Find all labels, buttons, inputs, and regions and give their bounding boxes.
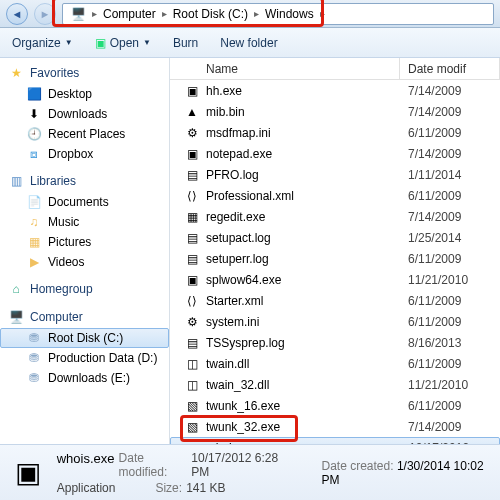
- file-row[interactable]: ▧twunk_16.exe6/11/2009: [170, 395, 500, 416]
- sidebar-item-dropbox[interactable]: ⧈Dropbox: [0, 144, 169, 164]
- file-name: msdfmap.ini: [206, 126, 400, 140]
- homegroup-header[interactable]: ⌂Homegroup: [0, 278, 169, 300]
- file-date: 7/14/2009: [400, 420, 461, 434]
- sidebar-item-desktop[interactable]: 🟦Desktop: [0, 84, 169, 104]
- sidebar-item-drive-c[interactable]: ⛃Root Disk (C:): [0, 328, 169, 348]
- computer-icon: 🖥️: [8, 309, 24, 325]
- sidebar-item-drive-d[interactable]: ⛃Production Data (D:): [0, 348, 169, 368]
- file-date: 6/11/2009: [400, 357, 461, 371]
- file-icon: ▲: [184, 104, 200, 120]
- file-type-icon: ▣: [10, 453, 47, 493]
- file-row[interactable]: ▤setupact.log1/25/2014: [170, 227, 500, 248]
- column-date[interactable]: Date modif: [400, 58, 500, 79]
- sidebar-item-music[interactable]: ♫Music: [0, 212, 169, 232]
- file-row[interactable]: ◫twain_32.dll11/21/2010: [170, 374, 500, 395]
- details-modified: 10/17/2012 6:28 PM: [191, 451, 287, 479]
- nav-pane: ★Favorites 🟦Desktop ⬇Downloads 🕘Recent P…: [0, 58, 170, 444]
- file-date: 1/25/2014: [400, 231, 461, 245]
- file-date: 6/11/2009: [400, 315, 461, 329]
- file-date: 11/21/2010: [400, 273, 468, 287]
- file-row[interactable]: ▤setuperr.log6/11/2009: [170, 248, 500, 269]
- forward-button[interactable]: ►: [34, 3, 56, 25]
- drive-icon: ⛃: [26, 350, 42, 366]
- file-name: PFRO.log: [206, 168, 400, 182]
- file-icon: ▧: [184, 398, 200, 414]
- file-list: Name Date modif ▣hh.exe7/14/2009▲mib.bin…: [170, 58, 500, 444]
- file-row[interactable]: ▲mib.bin7/14/2009: [170, 101, 500, 122]
- file-icon: ⚙: [184, 125, 200, 141]
- details-filename: whois.exe: [57, 451, 115, 479]
- file-name: twain.dll: [206, 357, 400, 371]
- file-date: 7/14/2009: [400, 105, 461, 119]
- file-date: 6/11/2009: [400, 126, 461, 140]
- file-icon: ⟨⟩: [184, 293, 200, 309]
- sidebar-item-downloads[interactable]: ⬇Downloads: [0, 104, 169, 124]
- sidebar-item-videos[interactable]: ▶Videos: [0, 252, 169, 272]
- file-row[interactable]: ⟨⟩Starter.xml6/11/2009: [170, 290, 500, 311]
- file-date: 7/14/2009: [400, 147, 461, 161]
- back-button[interactable]: ◄: [6, 3, 28, 25]
- file-name: regedit.exe: [206, 210, 400, 224]
- breadcrumb-seg[interactable]: Computer: [99, 4, 160, 24]
- file-name: twunk_32.exe: [206, 420, 400, 434]
- file-date: 8/16/2013: [400, 336, 461, 350]
- sidebar-item-drive-e[interactable]: ⛃Downloads (E:): [0, 368, 169, 388]
- dropbox-icon: ⧈: [26, 146, 42, 162]
- libraries-header[interactable]: ▥Libraries: [0, 170, 169, 192]
- file-name: hh.exe: [206, 84, 400, 98]
- file-row[interactable]: ⟨⟩Professional.xml6/11/2009: [170, 185, 500, 206]
- file-date: 7/14/2009: [400, 210, 461, 224]
- file-icon: ▦: [184, 209, 200, 225]
- file-date: 7/14/2009: [400, 84, 461, 98]
- file-name: TSSysprep.log: [206, 336, 400, 350]
- titlebar: ◄ ► 🖥️ ▸ Computer ▸ Root Disk (C:) ▸ Win…: [0, 0, 500, 28]
- file-icon: ▣: [184, 83, 200, 99]
- file-row[interactable]: ⚙system.ini6/11/2009: [170, 311, 500, 332]
- file-row[interactable]: ▧twunk_32.exe7/14/2009: [170, 416, 500, 437]
- file-row[interactable]: ▣splwow64.exe11/21/2010: [170, 269, 500, 290]
- file-icon: ▤: [184, 167, 200, 183]
- favorites-header[interactable]: ★Favorites: [0, 62, 169, 84]
- breadcrumb-seg[interactable]: Root Disk (C:): [169, 4, 252, 24]
- downloads-icon: ⬇: [26, 106, 42, 122]
- file-row[interactable]: ▣hh.exe7/14/2009: [170, 80, 500, 101]
- desktop-icon: 🟦: [26, 86, 42, 102]
- sidebar-item-pictures[interactable]: ▦Pictures: [0, 232, 169, 252]
- file-name: mib.bin: [206, 105, 400, 119]
- breadcrumb-seg[interactable]: Windows: [261, 4, 318, 24]
- organize-button[interactable]: Organize ▼: [8, 33, 77, 53]
- file-icon: ▤: [184, 251, 200, 267]
- file-name: system.ini: [206, 315, 400, 329]
- column-headers: Name Date modif: [170, 58, 500, 80]
- file-date: 1/11/2014: [400, 168, 461, 182]
- file-date: 6/11/2009: [400, 294, 461, 308]
- computer-header[interactable]: 🖥️Computer: [0, 306, 169, 328]
- column-name[interactable]: Name: [170, 58, 400, 79]
- file-icon: ▤: [184, 230, 200, 246]
- file-row[interactable]: ▣whois.exe10/17/2012: [170, 437, 500, 444]
- burn-button[interactable]: Burn: [169, 33, 202, 53]
- file-icon: ⚙: [184, 314, 200, 330]
- file-icon: ▤: [184, 335, 200, 351]
- file-row[interactable]: ▦regedit.exe7/14/2009: [170, 206, 500, 227]
- documents-icon: 📄: [26, 194, 42, 210]
- file-date: 6/11/2009: [400, 399, 461, 413]
- address-bar[interactable]: 🖥️ ▸ Computer ▸ Root Disk (C:) ▸ Windows…: [62, 3, 494, 25]
- videos-icon: ▶: [26, 254, 42, 270]
- file-row[interactable]: ▤TSSysprep.log8/16/2013: [170, 332, 500, 353]
- file-icon: ▣: [185, 440, 201, 445]
- open-button[interactable]: ▣ Open ▼: [91, 33, 155, 53]
- chevron-down-icon: ▼: [143, 38, 151, 47]
- sidebar-item-recent[interactable]: 🕘Recent Places: [0, 124, 169, 144]
- recent-icon: 🕘: [26, 126, 42, 142]
- new-folder-button[interactable]: New folder: [216, 33, 281, 53]
- file-row[interactable]: ◫twain.dll6/11/2009: [170, 353, 500, 374]
- details-created-label: Date created:: [322, 459, 394, 473]
- file-row[interactable]: ▣notepad.exe7/14/2009: [170, 143, 500, 164]
- file-icon: ◫: [184, 377, 200, 393]
- file-name: twain_32.dll: [206, 378, 400, 392]
- file-row[interactable]: ▤PFRO.log1/11/2014: [170, 164, 500, 185]
- file-name: twunk_16.exe: [206, 399, 400, 413]
- file-row[interactable]: ⚙msdfmap.ini6/11/2009: [170, 122, 500, 143]
- sidebar-item-documents[interactable]: 📄Documents: [0, 192, 169, 212]
